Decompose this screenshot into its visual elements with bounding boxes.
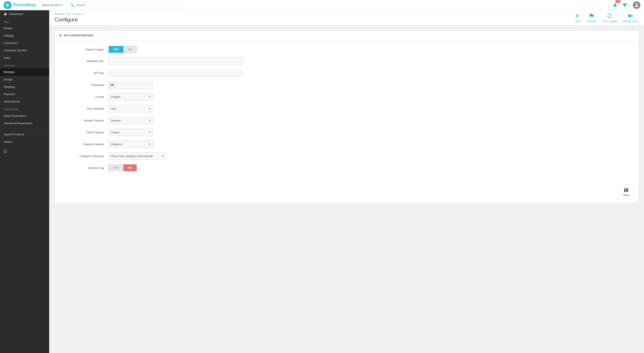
api-key-label: API Key	[64, 71, 108, 75]
breadcrumb: Modules / 🔧 Configure	[54, 12, 83, 16]
website-url-row: Website URL	[64, 57, 630, 65]
season-feature-control: Stagione Season	[108, 141, 242, 148]
locale-control: English French Italian Spanish German	[108, 93, 242, 100]
sidebar-item-stats[interactable]: Stats	[0, 54, 49, 61]
gender-feature-row: Gender Feature Genere Gender	[64, 117, 630, 124]
verbose-log-no-button[interactable]: NO	[124, 164, 137, 171]
sidebar-item-international[interactable]: International	[0, 98, 49, 105]
category-structure-select[interactable]: Show only category and subcate Show all …	[108, 152, 166, 160]
quick-access-button[interactable]: Quick Access ▾	[40, 2, 64, 7]
translate-button[interactable]: Translate	[586, 13, 596, 22]
import-images-control: YES NO	[108, 46, 242, 53]
back-button[interactable]: Back	[575, 13, 581, 22]
color-feature-label: Color Feature	[64, 131, 108, 134]
website-url-control	[108, 57, 242, 65]
api-configuration-card: ⚙ API CONFIGURATION Import images YES NO	[54, 31, 639, 203]
season-feature-select[interactable]: Stagione Season	[108, 141, 153, 148]
category-structure-label: Category Structure	[64, 154, 108, 158]
header-actions: Back Translate Check update Manage hooks	[575, 13, 639, 22]
verbose-log-control: YES NO	[108, 164, 242, 171]
password-label: Password	[64, 83, 108, 87]
card-body: Import images YES NO Website URL	[55, 40, 638, 181]
sidebar-item-advanced-parameters[interactable]: Advanced Parameters	[0, 119, 49, 127]
sidebar-item-orders[interactable]: Orders	[0, 24, 49, 32]
sidebar-item-status[interactable]: Status	[0, 138, 49, 145]
sidebar-item-catalog[interactable]: Catalog	[0, 32, 49, 39]
import-images-label: Import images	[64, 48, 108, 51]
sidebar-item-shipping[interactable]: Shipping	[0, 83, 49, 90]
locale-row: Locale English French Italian Spanish Ge…	[64, 93, 630, 100]
size-attribute-control: Size Taglia	[108, 105, 242, 112]
password-control	[108, 81, 242, 89]
verbose-log-toggle: YES NO	[108, 164, 137, 171]
sidebar-configure-label: CONFIGURE	[0, 105, 49, 112]
breadcrumb-configure: Configure	[72, 12, 83, 16]
gender-feature-control: Genere Gender	[108, 117, 242, 124]
color-feature-select[interactable]: Colore Color	[108, 129, 153, 136]
locale-label: Locale	[64, 95, 108, 98]
size-attribute-select[interactable]: Size Taglia	[108, 105, 153, 112]
sidebar-item-customer-service[interactable]: Customer Service	[0, 47, 49, 54]
breadcrumb-icon: 🔧	[67, 12, 71, 16]
verbose-log-yes-button[interactable]: YES	[109, 164, 124, 171]
import-images-row: Import images YES NO	[64, 46, 630, 53]
api-icon: ⚙	[59, 34, 62, 37]
sidebar-item-dashboard[interactable]: 🏠 Dashboard	[0, 10, 49, 18]
top-nav-right: 145 6	[612, 1, 640, 9]
import-images-no-button[interactable]: NO	[124, 46, 137, 53]
check-update-button[interactable]: Check update	[602, 13, 617, 22]
user-avatar[interactable]	[633, 1, 640, 9]
sidebar-item-shop-parameters[interactable]: Shop Parameters	[0, 112, 49, 119]
page-title: Configure	[54, 16, 83, 23]
category-structure-row: Category Structure Show only category an…	[64, 152, 630, 160]
search-input[interactable]	[76, 3, 178, 7]
sidebar-bottom: ☰	[0, 145, 49, 157]
sidebar-item-payment[interactable]: Payment	[0, 90, 49, 98]
sidebar-item-modules[interactable]: Modules	[0, 68, 49, 76]
api-key-row: API Key	[64, 69, 630, 77]
notification-badge: 145	[616, 0, 620, 3]
import-images-yes-button[interactable]: YES	[109, 46, 124, 53]
content-area: Modules / 🔧 Configure Configure Back Tra…	[49, 10, 644, 353]
password-input[interactable]	[117, 81, 153, 89]
top-navigation: PrestaShop Quick Access ▾ 🔍 145 6	[0, 0, 644, 10]
sidebar-improve-label: IMPROVE	[0, 61, 49, 68]
color-feature-row: Color Feature Colore Color	[64, 129, 630, 136]
search-area: 🔍	[68, 2, 180, 8]
size-attribute-label: Size Attribute	[64, 107, 108, 110]
season-feature-row: Season Feature Stagione Season	[64, 141, 630, 148]
hamburger-icon[interactable]: ☰	[4, 149, 46, 154]
search-icon: 🔍	[71, 3, 74, 7]
main-layout: 🏠 Dashboard SELL Orders Catalog Customer…	[0, 10, 644, 353]
password-reveal-button[interactable]	[108, 81, 116, 89]
trophy-count: 6	[628, 3, 629, 7]
main-content: ⚙ API CONFIGURATION Import images YES NO	[49, 25, 644, 353]
save-area: Save	[55, 181, 638, 203]
manage-hooks-button[interactable]: Manage hooks	[622, 13, 639, 22]
logo[interactable]: PrestaShop	[4, 1, 36, 9]
api-key-control	[108, 69, 242, 77]
logo-icon	[4, 1, 12, 9]
breadcrumb-modules[interactable]: Modules	[54, 12, 64, 16]
sidebar: 🏠 Dashboard SELL Orders Catalog Customer…	[0, 10, 49, 353]
card-header: ⚙ API CONFIGURATION	[55, 31, 638, 40]
sidebar-item-customers[interactable]: Customers	[0, 39, 49, 47]
size-attribute-row: Size Attribute Size Taglia	[64, 105, 630, 112]
content-header: Modules / 🔧 Configure Configure Back Tra…	[49, 10, 644, 25]
sidebar-sell-label: SELL	[0, 18, 49, 24]
save-button[interactable]: Save	[618, 185, 634, 199]
api-key-input[interactable]	[108, 69, 242, 77]
gender-feature-select[interactable]: Genere Gender	[108, 117, 153, 124]
logo-name: PrestaShop	[14, 3, 36, 7]
website-url-input[interactable]	[108, 57, 242, 65]
notifications-button[interactable]: 145	[612, 1, 619, 9]
sidebar-item-design[interactable]: Design	[0, 76, 49, 83]
season-feature-label: Season Feature	[64, 143, 108, 146]
category-structure-control: Show only category and subcate Show all …	[108, 152, 242, 160]
sidebar-item-import-products[interactable]: Import Products	[0, 131, 49, 138]
gender-feature-label: Gender Feature	[64, 119, 108, 122]
breadcrumb-and-title: Modules / 🔧 Configure Configure	[54, 12, 83, 23]
import-images-toggle: YES NO	[108, 46, 137, 53]
locale-select[interactable]: English French Italian Spanish German	[108, 93, 153, 100]
trophy-button[interactable]: 6	[622, 3, 629, 7]
